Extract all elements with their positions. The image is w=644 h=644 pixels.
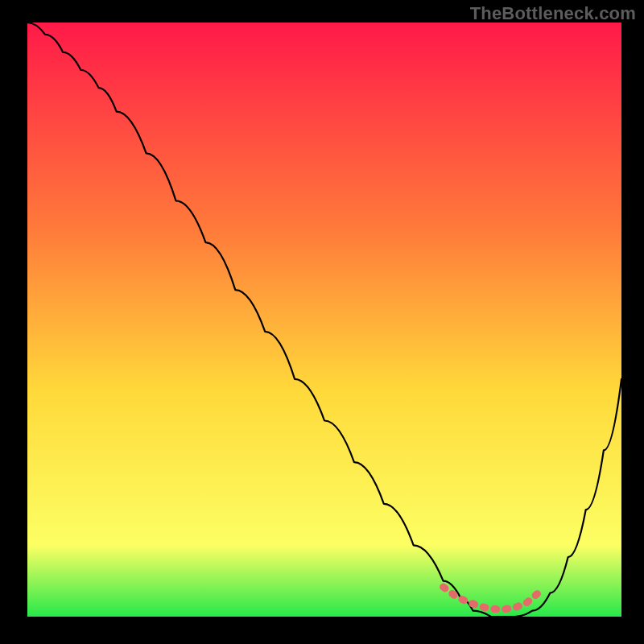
watermark-text: TheBottleneck.com: [470, 3, 636, 24]
bottleneck-chart: [0, 0, 644, 644]
chart-frame: TheBottleneck.com: [0, 0, 644, 644]
